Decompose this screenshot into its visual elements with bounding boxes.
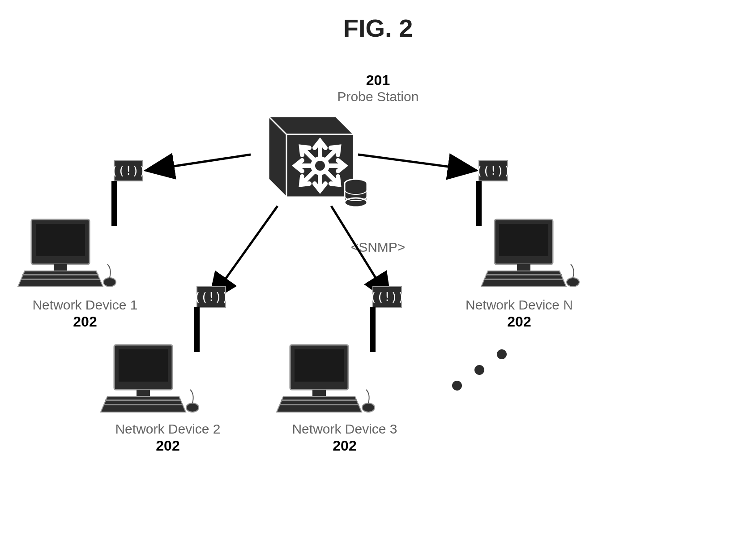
- device-2-ref: 202: [96, 437, 239, 454]
- probe-ref: 201: [0, 72, 756, 89]
- network-device-3: [277, 287, 405, 412]
- snmp-arrows: [148, 155, 474, 300]
- device-2-name: Network Device 2: [96, 421, 239, 437]
- device-3-name: Network Device 3: [273, 421, 416, 437]
- probe-name: Probe Station: [0, 89, 756, 105]
- probe-station-icon: [269, 116, 367, 207]
- protocol-label: <SNMP>: [0, 240, 756, 255]
- device-3-ref: 202: [273, 437, 416, 454]
- svg-line-15: [358, 155, 474, 170]
- device-1-name: Network Device 1: [13, 297, 157, 313]
- device-1-ref: 202: [13, 313, 157, 330]
- figure-title: FIG. 2: [0, 13, 756, 43]
- device-n-ref: 202: [448, 313, 591, 330]
- network-device-n: [476, 160, 579, 287]
- device-n-name: Network Device N: [448, 297, 591, 313]
- network-device-1: [18, 160, 146, 287]
- svg-line-14: [148, 155, 251, 170]
